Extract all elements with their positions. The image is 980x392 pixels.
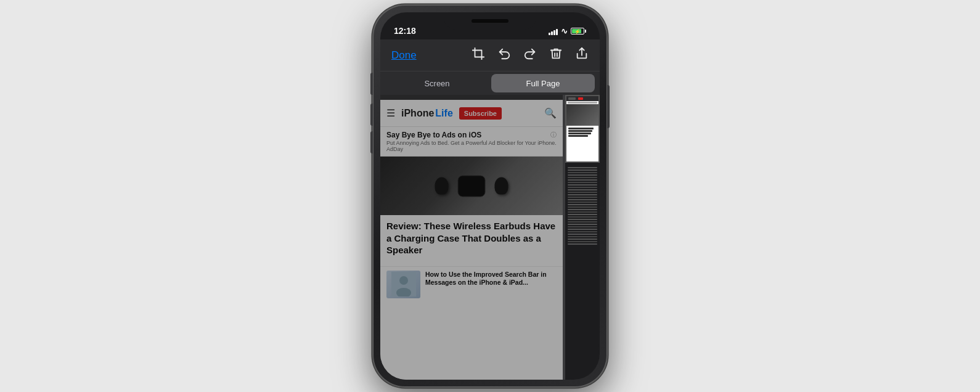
wifi-icon: ∿: [561, 27, 568, 36]
strip-line-2: [568, 169, 597, 171]
toolbar-icons: [472, 47, 589, 63]
strip-line-4: [568, 174, 597, 176]
dark-overlay: [380, 95, 563, 380]
strip-line-3: [568, 172, 597, 173]
crop-icon[interactable]: [472, 47, 485, 63]
battery-body: ⚡: [571, 28, 584, 35]
strip-line-29: [568, 236, 597, 237]
redo-icon[interactable]: [523, 47, 537, 63]
tab-full-page[interactable]: Full Page: [491, 74, 595, 92]
status-time: 12:18: [394, 26, 416, 36]
strip-line-7: [568, 182, 597, 183]
thumbnail-preview: [565, 95, 600, 163]
strip-line-16: [568, 204, 597, 205]
phone-device: 12:18 ∿ ⚡: [373, 5, 607, 387]
strip-line-30: [568, 239, 597, 240]
screenshot-toolbar: Done: [380, 39, 600, 71]
strip-line-19: [568, 211, 597, 213]
signal-bar-2: [551, 31, 553, 35]
strip-line-12: [568, 194, 597, 195]
signal-bar-3: [553, 30, 555, 35]
strip-line-14: [568, 199, 597, 200]
strip-line-31: [568, 241, 597, 242]
tab-bar: Screen Full Page: [380, 71, 600, 95]
notch-speaker: [472, 19, 508, 23]
strip-line-18: [568, 209, 597, 210]
strip-line-26: [568, 229, 597, 230]
trash-icon[interactable]: [549, 47, 563, 63]
tab-screen[interactable]: Screen: [385, 74, 489, 92]
strip-line-1: [568, 167, 597, 168]
strip-line-28: [568, 234, 597, 235]
strip-line-25: [568, 226, 597, 227]
strip-line-13: [568, 197, 597, 198]
battery-bolt: ⚡: [574, 28, 581, 34]
strip-line-20: [568, 214, 597, 215]
strip-line-27: [568, 231, 597, 232]
strip-line-24: [568, 224, 597, 225]
strip-line-17: [568, 206, 597, 208]
strip-lines: [565, 165, 600, 248]
strip-line-8: [568, 184, 597, 186]
strip-line-6: [568, 179, 597, 181]
strip-line-21: [568, 216, 597, 218]
signal-bar-4: [556, 29, 558, 35]
signal-bar-1: [549, 33, 550, 35]
battery-icon: ⚡: [571, 28, 586, 35]
status-icons: ∿ ⚡: [549, 27, 586, 36]
phone-notch: [444, 12, 536, 30]
strip-line-32: [568, 243, 597, 245]
undo-icon[interactable]: [497, 47, 511, 63]
strip-line-9: [568, 187, 597, 188]
strip-line-10: [568, 189, 597, 190]
strip-line-5: [568, 177, 597, 178]
content-area: ☰ iPhone Life Subscribe 🔍 ⓘ Say Bye Bye …: [380, 95, 600, 380]
share-icon[interactable]: [575, 47, 589, 63]
phone-body: 12:18 ∿ ⚡: [373, 5, 607, 387]
battery-tip: [585, 30, 586, 33]
thumbnail-strip[interactable]: [565, 95, 600, 380]
done-button[interactable]: Done: [391, 49, 417, 62]
strip-line-23: [568, 221, 597, 223]
strip-line-11: [568, 192, 597, 193]
strip-line-15: [568, 202, 597, 203]
signal-icon: [549, 28, 558, 35]
strip-line-22: [568, 219, 597, 220]
phone-screen: 12:18 ∿ ⚡: [380, 12, 600, 380]
